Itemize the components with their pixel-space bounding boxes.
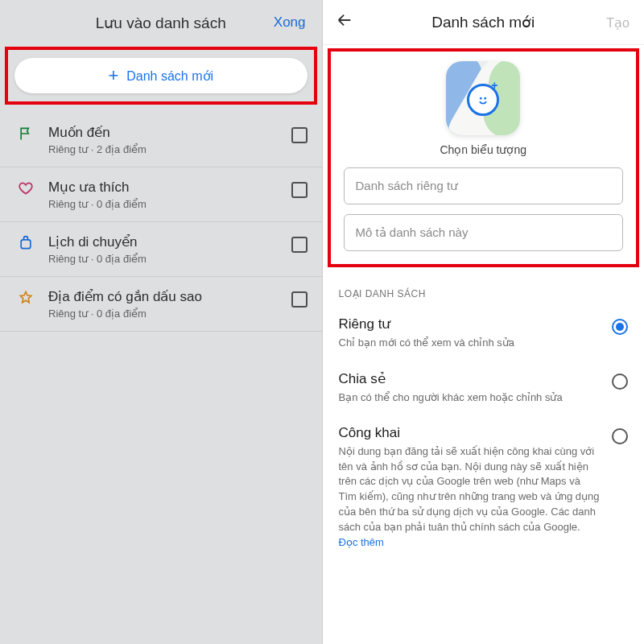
checkbox[interactable]	[291, 237, 308, 253]
arrow-left-icon	[336, 11, 353, 29]
option-title: Riêng tư	[339, 316, 601, 332]
checkbox[interactable]	[291, 127, 308, 143]
list-type-option[interactable]: Chia sẻ Bạn có thể cho người khác xem ho…	[323, 362, 645, 417]
radio-button[interactable]	[612, 428, 628, 444]
list-desc-field[interactable]: Mô tả danh sách này	[344, 214, 624, 251]
list-sub: Riêng tư · 2 địa điểm	[48, 143, 291, 155]
list-item[interactable]: Địa điểm có gắn dấu sao Riêng tư · 0 địa…	[0, 277, 322, 332]
saved-lists: Muốn đến Riêng tư · 2 địa điểm Mục ưa th…	[0, 113, 322, 332]
list-sub: Riêng tư · 0 địa điểm	[48, 308, 291, 320]
plus-icon: +	[108, 67, 118, 85]
list-type-section-label: LOẠI DANH SÁCH	[323, 275, 645, 308]
list-item[interactable]: Mục ưa thích Riêng tư · 0 địa điểm	[0, 167, 322, 222]
create-button[interactable]: Tạo	[606, 14, 630, 30]
list-name-field[interactable]: Danh sách riêng tư	[344, 167, 624, 204]
list-type-option[interactable]: Riêng tư Chỉ bạn mới có thể xem và chỉnh…	[323, 308, 645, 362]
star-icon	[14, 288, 37, 306]
list-item[interactable]: Muốn đến Riêng tư · 2 địa điểm	[0, 113, 322, 167]
option-desc: Bạn có thể cho người khác xem hoặc chỉnh…	[339, 390, 601, 406]
svg-point-1	[480, 97, 482, 100]
save-to-list-screen: Lưu vào danh sách Xong + Danh sách mới M…	[0, 0, 323, 644]
list-sub: Riêng tư · 0 địa điểm	[48, 253, 291, 265]
option-desc: Nội dung bạn đăng tải sẽ xuất hiện công …	[339, 444, 601, 551]
page-title: Lưu vào danh sách	[96, 14, 226, 32]
icon-picker[interactable]: + Chọn biểu tượng	[344, 61, 624, 156]
read-more-link[interactable]: Đọc thêm	[339, 536, 384, 548]
list-name: Muốn đến	[48, 124, 291, 141]
checkbox[interactable]	[291, 291, 308, 308]
flag-icon	[14, 124, 37, 142]
suitcase-icon	[14, 233, 37, 251]
back-button[interactable]	[336, 11, 353, 34]
right-header: Danh sách mới Tạo	[323, 0, 645, 45]
list-name: Mục ưa thích	[48, 179, 291, 196]
plus-icon: +	[491, 79, 497, 92]
heart-icon	[14, 179, 37, 196]
option-desc: Chỉ bạn mới có thể xem và chỉnh sửa	[339, 336, 601, 351]
svg-rect-0	[21, 240, 31, 249]
checkbox[interactable]	[291, 182, 308, 198]
list-sub: Riêng tư · 0 địa điểm	[48, 198, 291, 210]
svg-point-2	[485, 97, 487, 100]
left-header: Lưu vào danh sách Xong	[0, 0, 322, 45]
radio-button[interactable]	[612, 374, 628, 390]
option-title: Chia sẻ	[339, 370, 601, 387]
option-title: Công khai	[339, 425, 601, 441]
highlight-new-list: + Danh sách mới	[5, 47, 317, 105]
list-name: Địa điểm có gắn dấu sao	[48, 288, 291, 305]
radio-button[interactable]	[612, 319, 628, 335]
choose-icon-label: Chọn biểu tượng	[440, 143, 526, 156]
list-type-option[interactable]: Công khai Nội dung bạn đăng tải sẽ xuất …	[323, 417, 645, 562]
done-button[interactable]: Xong	[274, 14, 306, 31]
highlight-form: + Chọn biểu tượng Danh sách riêng tư Mô …	[328, 48, 640, 267]
new-list-screen: Danh sách mới Tạo + Chọn biểu tượng Danh…	[323, 0, 645, 644]
list-item[interactable]: Lịch di chuyển Riêng tư · 0 địa điểm	[0, 222, 322, 277]
new-list-button[interactable]: + Danh sách mới	[14, 58, 308, 93]
page-title: Danh sách mới	[431, 13, 535, 31]
icon-tile[interactable]: +	[446, 61, 520, 135]
list-name: Lịch di chuyển	[48, 233, 291, 250]
new-list-label: Danh sách mới	[126, 68, 213, 84]
